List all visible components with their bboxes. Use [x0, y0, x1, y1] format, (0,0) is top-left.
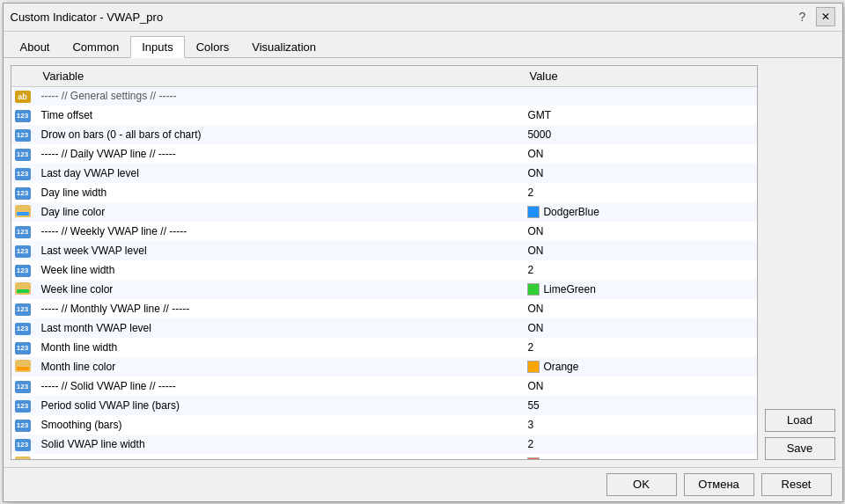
row-value: GMT — [522, 106, 756, 125]
row-variable: Solid VWAP line color — [36, 454, 523, 460]
row-variable: Week line width — [36, 260, 523, 280]
table-row[interactable]: 123Time offsetGMT — [11, 106, 757, 125]
table-row[interactable]: 123----- // Daily VWAP line // -----ON — [11, 144, 757, 164]
row-value — [522, 86, 756, 106]
row-icon: 123 — [11, 260, 36, 280]
row-icon — [11, 280, 36, 299]
tab-bar: About Common Inputs Colors Visualization — [4, 32, 842, 58]
close-button[interactable]: ✕ — [816, 7, 835, 26]
row-value: ON — [522, 144, 756, 164]
table-row[interactable]: 123Period solid VWAP line (bars)55 — [11, 396, 757, 415]
table-row[interactable]: 123----- // Weekly VWAP line // -----ON — [11, 222, 757, 241]
row-icon: 123 — [11, 318, 36, 338]
row-value: 2 — [522, 435, 756, 454]
row-icon — [11, 454, 36, 460]
col-icon — [11, 66, 36, 87]
row-icon: ab — [11, 86, 36, 106]
bottom-bar: OK Отмена Reset — [4, 467, 842, 501]
row-icon: 123 — [11, 415, 36, 435]
table-row[interactable]: 123Smoothing (bars)3 — [11, 415, 757, 435]
row-value: ON — [522, 241, 756, 260]
table-row[interactable]: 123Week line width2 — [11, 260, 757, 280]
color-swatch — [527, 361, 540, 373]
table-row[interactable]: 123----- // Solid VWAP line // -----ON — [11, 376, 757, 396]
row-value: ON — [522, 164, 756, 183]
row-icon: 123 — [11, 376, 36, 396]
table-row[interactable]: 123Last month VWAP levelON — [11, 318, 757, 338]
row-variable: Last day VWAP level — [36, 164, 523, 183]
table-row[interactable]: 123Day line width2 — [11, 183, 757, 202]
table-row[interactable]: Week line colorLimeGreen — [11, 280, 757, 299]
row-value: DodgerBlue — [522, 202, 756, 222]
row-value: Orange — [522, 357, 756, 376]
color-swatch — [527, 457, 540, 459]
row-variable: Drow on bars (0 - all bars of chart) — [36, 125, 523, 144]
row-icon: 123 — [11, 125, 36, 144]
table-row[interactable]: ab----- // General settings // ----- — [11, 86, 757, 106]
tab-colors[interactable]: Colors — [185, 36, 241, 58]
tab-about[interactable]: About — [9, 36, 62, 58]
save-button[interactable]: Save — [765, 437, 835, 460]
table-row[interactable]: 123Solid VWAP line width2 — [11, 435, 757, 454]
tab-inputs[interactable]: Inputs — [130, 36, 184, 58]
row-value: ON — [522, 222, 756, 241]
row-value: ON — [522, 376, 756, 396]
right-panel: Load Save — [765, 65, 835, 460]
color-swatch — [527, 206, 540, 218]
row-variable: Month line width — [36, 338, 523, 357]
table-row[interactable]: Day line colorDodgerBlue — [11, 202, 757, 222]
table-row[interactable]: 123Last day VWAP levelON — [11, 164, 757, 183]
color-swatch — [527, 283, 540, 296]
inputs-table: Variable Value ab----- // General settin… — [11, 66, 757, 460]
row-icon: 123 — [11, 299, 36, 318]
title-controls: ? ✕ — [793, 7, 835, 26]
row-variable: ----- // Weekly VWAP line // ----- — [36, 222, 523, 241]
ok-button[interactable]: OK — [606, 473, 677, 496]
row-icon: 123 — [11, 396, 36, 415]
row-variable: ----- // Solid VWAP line // ----- — [36, 376, 523, 396]
row-variable: ----- // Daily VWAP line // ----- — [36, 144, 523, 164]
row-icon: 123 — [11, 183, 36, 202]
row-variable: ----- // Monthly VWAP line // ----- — [36, 299, 523, 318]
row-value: 2 — [522, 260, 756, 280]
row-icon: 123 — [11, 222, 36, 241]
title-bar: Custom Indicator - VWAP_pro ? ✕ — [4, 4, 842, 32]
row-value: ON — [522, 318, 756, 338]
row-icon: 123 — [11, 435, 36, 454]
help-button[interactable]: ? — [793, 7, 812, 26]
row-variable: Last month VWAP level — [36, 318, 523, 338]
col-variable-header: Variable — [36, 66, 523, 87]
tab-visualization[interactable]: Visualization — [240, 36, 327, 58]
row-icon: 123 — [11, 106, 36, 125]
table-row[interactable]: 123Month line width2 — [11, 338, 757, 357]
row-icon: 123 — [11, 164, 36, 183]
col-value-header: Value — [522, 66, 756, 87]
window-title: Custom Indicator - VWAP_pro — [11, 11, 164, 24]
row-variable: Last week VWAP level — [36, 241, 523, 260]
row-variable: Time offset — [36, 106, 523, 125]
tab-common[interactable]: Common — [61, 36, 130, 58]
row-value: ON — [522, 299, 756, 318]
inputs-table-container[interactable]: Variable Value ab----- // General settin… — [11, 65, 758, 460]
row-value: 5000 — [522, 125, 756, 144]
row-icon: 123 — [11, 241, 36, 260]
row-variable: Month line color — [36, 357, 523, 376]
load-button[interactable]: Load — [765, 409, 835, 432]
table-row[interactable]: Month line colorOrange — [11, 357, 757, 376]
row-variable: Solid VWAP line width — [36, 435, 523, 454]
row-icon — [11, 202, 36, 222]
row-variable: Period solid VWAP line (bars) — [36, 396, 523, 415]
table-row[interactable]: Solid VWAP line colorTomato — [11, 454, 757, 460]
row-icon — [11, 357, 36, 376]
row-variable: Smoothing (bars) — [36, 415, 523, 435]
row-icon: 123 — [11, 144, 36, 164]
table-row[interactable]: 123Last week VWAP levelON — [11, 241, 757, 260]
row-value: 55 — [522, 396, 756, 415]
reset-button[interactable]: Reset — [761, 473, 832, 496]
row-value: Tomato — [522, 454, 756, 460]
cancel-button[interactable]: Отмена — [684, 473, 754, 496]
table-row[interactable]: 123Drow on bars (0 - all bars of chart)5… — [11, 125, 757, 144]
main-content: Variable Value ab----- // General settin… — [4, 58, 842, 467]
table-row[interactable]: 123----- // Monthly VWAP line // -----ON — [11, 299, 757, 318]
row-icon: 123 — [11, 338, 36, 357]
